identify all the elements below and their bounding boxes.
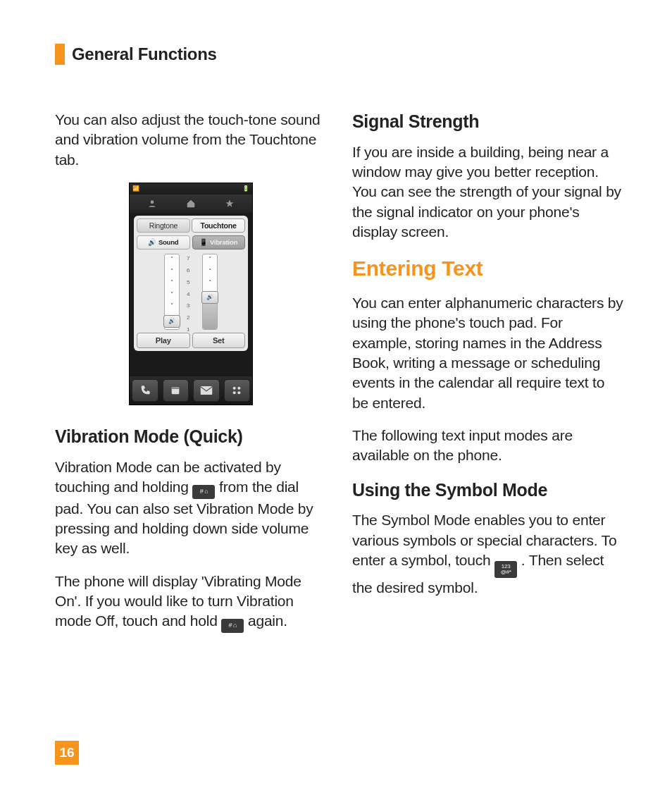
mode-vibration-label: Vibration: [210, 238, 237, 247]
symbol-body: The Symbol Mode enables you to enter var…: [352, 510, 624, 598]
slider-area: 🔊 7654321 🔊: [137, 252, 245, 330]
dock-apps[interactable]: [224, 379, 251, 402]
section-header: General Functions: [55, 44, 624, 65]
svg-rect-3: [201, 386, 213, 395]
svg-rect-2: [172, 387, 180, 389]
scale-numbers: 7654321: [187, 254, 195, 330]
set-button[interactable]: Set: [192, 333, 246, 348]
svg-point-6: [233, 391, 236, 394]
svg-point-4: [233, 387, 236, 390]
sound-slider[interactable]: 🔊: [164, 254, 180, 330]
page-number: 16: [55, 741, 79, 765]
vibration-heading: Vibration Mode (Quick): [55, 425, 327, 449]
dock-mail[interactable]: [193, 379, 220, 402]
top-icon-row: [130, 195, 252, 213]
settings-panel: Ringtone Touchtone 🔊 Sound 📳 Vibration: [134, 216, 248, 351]
right-column: Signal Strength If you are inside a buil…: [352, 110, 624, 646]
accent-bar: [55, 44, 65, 65]
signal-heading: Signal Strength: [352, 110, 624, 134]
home-icon: [185, 198, 197, 209]
play-button[interactable]: Play: [137, 333, 190, 348]
speaker-icon: 🔊: [148, 238, 156, 247]
intro-text: You can also adjust the touch-tone sound…: [55, 110, 327, 170]
symbol-key-icon: 123 @#*: [494, 561, 517, 578]
star-icon: [223, 198, 236, 209]
tab-ringtone[interactable]: Ringtone: [137, 218, 190, 233]
vibration-p1: Vibration Mode can be activated by touch…: [55, 457, 327, 559]
vibration-knob[interactable]: 🔊: [201, 291, 218, 304]
status-bar: 📶 🔋: [130, 183, 252, 195]
vibration-p2: The phone will display 'Vibrating Mode O…: [55, 572, 327, 633]
battery-icon: 🔋: [242, 185, 249, 193]
dock-phone[interactable]: [132, 379, 158, 402]
svg-point-0: [150, 200, 154, 204]
mode-sound-label: Sound: [158, 238, 179, 247]
symbol-heading: Using the Symbol Mode: [352, 479, 624, 503]
entering-heading: Entering Text: [352, 254, 624, 283]
mode-sound[interactable]: 🔊 Sound: [137, 235, 190, 250]
phone-screenshot: 📶 🔋 Ringtone Touchtone 🔊: [129, 183, 253, 405]
tab-touchtone[interactable]: Touchtone: [192, 218, 245, 233]
left-column: You can also adjust the touch-tone sound…: [55, 110, 327, 646]
hash-key-icon: # ⌂: [192, 485, 215, 499]
hash-key-icon: # ⌂: [221, 619, 244, 633]
dock-calendar[interactable]: [163, 379, 189, 402]
signal-body: If you are inside a building, being near…: [352, 142, 624, 242]
vibration-fill: [203, 304, 217, 329]
vibration-slider[interactable]: 🔊: [202, 254, 218, 330]
entering-p1: You can enter alphanumeric characters by…: [352, 293, 624, 413]
sound-knob[interactable]: 🔊: [163, 315, 180, 328]
section-title: General Functions: [72, 44, 217, 64]
entering-p2: The following text input modes are avail…: [352, 426, 624, 466]
svg-point-5: [238, 387, 241, 390]
vibration-icon: 📳: [199, 238, 208, 247]
person-icon: [146, 198, 158, 209]
mode-vibration[interactable]: 📳 Vibration: [192, 235, 246, 250]
signal-icon: 📶: [132, 185, 139, 193]
dock: [130, 376, 252, 405]
svg-point-7: [238, 391, 241, 394]
